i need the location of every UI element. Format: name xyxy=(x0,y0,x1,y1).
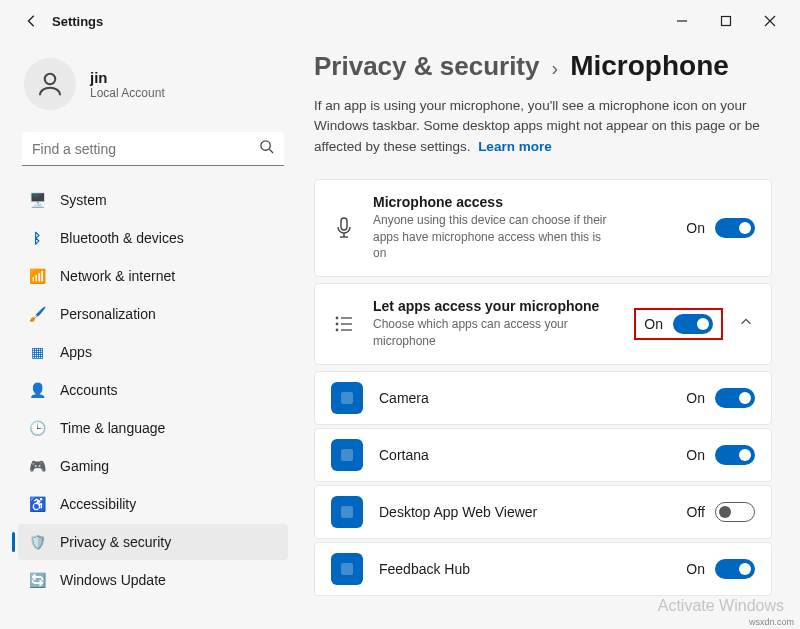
apps-icon: ▦ xyxy=(28,344,46,360)
svg-point-12 xyxy=(336,329,339,332)
app-name: Desktop App Web Viewer xyxy=(379,504,671,520)
sidebar-item-accounts[interactable]: 👤Accounts xyxy=(18,372,288,408)
app-toggle[interactable] xyxy=(715,559,755,579)
sidebar-item-update[interactable]: 🔄Windows Update xyxy=(18,562,288,598)
sidebar-nav: 🖥️System ᛒBluetooth & devices 📶Network &… xyxy=(18,182,288,598)
app-state: On xyxy=(686,390,705,406)
svg-rect-14 xyxy=(341,392,353,404)
sidebar-item-label: System xyxy=(60,192,107,208)
user-name: jin xyxy=(90,69,165,86)
app-icon xyxy=(331,382,363,414)
app-name: Feedback Hub xyxy=(379,561,670,577)
user-role: Local Account xyxy=(90,86,165,100)
close-button[interactable] xyxy=(748,6,792,36)
svg-rect-15 xyxy=(341,449,353,461)
app-row: Desktop App Web ViewerOff xyxy=(314,485,772,539)
svg-point-10 xyxy=(336,323,339,326)
brush-icon: 🖌️ xyxy=(28,306,46,322)
app-icon xyxy=(331,553,363,585)
mic-access-state: On xyxy=(686,220,705,236)
svg-line-4 xyxy=(269,149,273,153)
sidebar-item-label: Windows Update xyxy=(60,572,166,588)
app-row: Feedback HubOn xyxy=(314,542,772,596)
sidebar-item-privacy[interactable]: 🛡️Privacy & security xyxy=(18,524,288,560)
chevron-right-icon: › xyxy=(551,57,558,80)
app-row: CameraOn xyxy=(314,371,772,425)
apps-access-desc: Choose which apps can access your microp… xyxy=(373,316,613,350)
sidebar-item-gaming[interactable]: 🎮Gaming xyxy=(18,448,288,484)
list-icon xyxy=(331,315,357,333)
sidebar-item-system[interactable]: 🖥️System xyxy=(18,182,288,218)
breadcrumb-parent[interactable]: Privacy & security xyxy=(314,51,539,82)
sidebar-item-label: Apps xyxy=(60,344,92,360)
accessibility-icon: ♿ xyxy=(28,496,46,512)
app-state: On xyxy=(686,447,705,463)
learn-more-link[interactable]: Learn more xyxy=(478,139,552,154)
app-name: Cortana xyxy=(379,447,670,463)
sidebar-item-network[interactable]: 📶Network & internet xyxy=(18,258,288,294)
app-state: On xyxy=(686,561,705,577)
mic-access-desc: Anyone using this device can choose if t… xyxy=(373,212,613,262)
wifi-icon: 📶 xyxy=(28,268,46,284)
breadcrumb: Privacy & security › Microphone xyxy=(314,50,772,82)
app-row: CortanaOn xyxy=(314,428,772,482)
gamepad-icon: 🎮 xyxy=(28,458,46,474)
search-icon xyxy=(259,139,274,158)
svg-rect-5 xyxy=(341,218,347,230)
window-title: Settings xyxy=(52,14,103,29)
sidebar-item-apps[interactable]: ▦Apps xyxy=(18,334,288,370)
sidebar-item-label: Bluetooth & devices xyxy=(60,230,184,246)
apps-access-toggle[interactable] xyxy=(673,314,713,334)
mic-access-title: Microphone access xyxy=(373,194,670,210)
shield-icon: 🛡️ xyxy=(28,534,46,550)
microphone-icon xyxy=(331,217,357,239)
clock-icon: 🕒 xyxy=(28,420,46,436)
svg-point-2 xyxy=(45,74,56,85)
svg-rect-16 xyxy=(341,506,353,518)
expand-collapse-button[interactable] xyxy=(739,315,755,333)
sidebar-item-label: Privacy & security xyxy=(60,534,171,550)
app-icon xyxy=(331,439,363,471)
app-icon xyxy=(331,496,363,528)
update-icon: 🔄 xyxy=(28,572,46,588)
page-title: Microphone xyxy=(570,50,729,82)
attribution: wsxdn.com xyxy=(749,617,794,627)
search-input[interactable] xyxy=(32,141,259,157)
person-icon: 👤 xyxy=(28,382,46,398)
apps-access-card: Let apps access your microphone Choose w… xyxy=(314,283,772,365)
app-state: Off xyxy=(687,504,705,520)
sidebar-item-label: Accounts xyxy=(60,382,118,398)
mic-access-toggle[interactable] xyxy=(715,218,755,238)
sidebar-item-personalization[interactable]: 🖌️Personalization xyxy=(18,296,288,332)
apps-access-highlight: On xyxy=(634,308,723,340)
sidebar-item-label: Gaming xyxy=(60,458,109,474)
apps-access-title: Let apps access your microphone xyxy=(373,298,618,314)
sidebar-item-bluetooth[interactable]: ᛒBluetooth & devices xyxy=(18,220,288,256)
apps-access-state: On xyxy=(644,316,663,332)
svg-rect-17 xyxy=(341,563,353,575)
search-box[interactable] xyxy=(22,132,284,166)
back-button[interactable] xyxy=(20,9,44,33)
svg-rect-1 xyxy=(722,17,731,26)
avatar xyxy=(24,58,76,110)
svg-point-8 xyxy=(336,317,339,320)
mic-access-card: Microphone access Anyone using this devi… xyxy=(314,179,772,277)
bluetooth-icon: ᛒ xyxy=(28,230,46,246)
sidebar-item-label: Personalization xyxy=(60,306,156,322)
sidebar-item-label: Network & internet xyxy=(60,268,175,284)
sidebar-item-label: Accessibility xyxy=(60,496,136,512)
svg-point-3 xyxy=(261,141,270,150)
sidebar-item-label: Time & language xyxy=(60,420,165,436)
app-toggle[interactable] xyxy=(715,445,755,465)
display-icon: 🖥️ xyxy=(28,192,46,208)
minimize-button[interactable] xyxy=(660,6,704,36)
app-toggle[interactable] xyxy=(715,502,755,522)
sidebar-item-time[interactable]: 🕒Time & language xyxy=(18,410,288,446)
app-name: Camera xyxy=(379,390,670,406)
intro-text: If an app is using your microphone, you'… xyxy=(314,96,772,157)
maximize-button[interactable] xyxy=(704,6,748,36)
user-block[interactable]: jin Local Account xyxy=(18,42,288,128)
sidebar-item-accessibility[interactable]: ♿Accessibility xyxy=(18,486,288,522)
app-toggle[interactable] xyxy=(715,388,755,408)
